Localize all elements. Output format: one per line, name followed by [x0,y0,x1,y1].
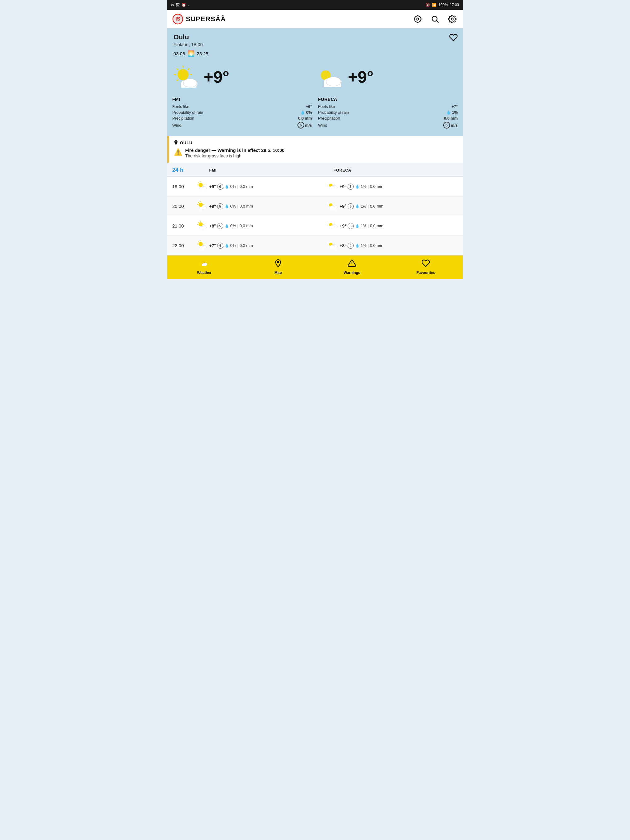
fmi-forecast-cell-0: +9° 6 💧 0% | 0,0 mm [197,180,327,193]
fmi-precip-row: Precipitation 0,0 mm [172,116,312,120]
sunrise-icon: 🌅 [188,50,195,57]
favourites-nav-icon [421,259,430,269]
foreca-precip-3: 0,0 mm [370,243,383,248]
fmi-rain-prob-1: 0% [230,204,236,208]
weather-nav-icon [200,259,209,269]
foreca-forecast-icon-0 [327,180,339,193]
fmi-precip-1: 0,0 mm [240,204,253,208]
alert-description: The risk for grass fires is high [185,153,285,158]
forecast-header: 24 h FMI FORECA [167,163,463,177]
fmi-feels-like-row: Feels like +6° [172,104,312,109]
forecast-row: 19:00 +9° 6 💧 0% | 0,0 mm [167,177,463,196]
envelope-icon: ✉ [171,3,174,7]
foreca-forecast-wind-3: 4 [348,243,354,249]
foreca-rain-prob-row: Probability of rain 💧 1% [318,110,458,115]
foreca-forecast-cell-2: +9° 5 💧 1% | 0,0 mm [327,220,458,232]
foreca-rain-prob-label: Probability of rain [318,110,446,115]
forecast-time-2: 21:00 [172,223,197,229]
map-icon-svg [274,259,282,267]
svg-point-11 [451,18,453,20]
fmi-precip-value: 0,0 mm [298,116,312,120]
fmi-forecast-cell-1: +9° 5 💧 0% | 0,0 mm [197,200,327,212]
fmi-details: FMI Feels like +6° Probability of rain 💧… [172,97,312,130]
fmi-precip-label: Precipitation [172,116,298,120]
rain-drop-icon: 💧 [300,110,305,115]
foreca-wind-row: Wind 6 m/s [318,122,458,128]
warnings-nav-icon [348,259,356,269]
fmi-rain-prob-row: Probability of rain 💧 0% [172,110,312,115]
foreca-rain-prob-1: 1% [361,204,367,208]
svg-rect-92 [202,264,206,266]
fmi-feels-like-value: +6° [306,104,312,109]
top-nav: IS SUPERSÄÄ [167,10,463,28]
search-nav-button[interactable] [429,14,440,25]
fmi-wind-value: 6 m/s [298,122,312,128]
mute-icon: 🔇 [426,3,430,7]
sunrise-time: 03:08 [174,51,185,56]
weather-icon-svg [200,259,209,267]
fmi-forecast-icon-1 [197,200,208,212]
settings-nav-button[interactable] [446,14,458,25]
location-nav-button[interactable] [412,14,423,25]
svg-point-3 [415,16,421,22]
bottom-nav-favourites[interactable]: Favourites [389,259,463,275]
svg-rect-84 [200,247,206,249]
wifi-icon: 📶 [432,3,437,7]
forecast-rows: 19:00 +9° 6 💧 0% | 0,0 mm [167,177,463,256]
svg-point-61 [199,222,203,227]
fmi-forecast-wind-1: 5 [217,203,223,209]
fmi-rain-prob-3: 0% [230,243,236,248]
svg-line-20 [188,69,189,70]
svg-rect-42 [200,188,206,190]
foreca-forecast-cell-1: +9° 5 💧 1% | 0,0 mm [327,200,458,212]
forecast-time-1: 20:00 [172,204,197,209]
app-logo-icon: IS [172,14,184,25]
image-icon: 🖼 [176,3,180,7]
fmi-wind-circle: 6 [298,122,304,128]
bottom-nav-map[interactable]: Map [241,259,315,275]
sun-times: 03:08 🌅 23:25 [174,50,456,57]
warnings-nav-label: Warnings [343,271,360,275]
svg-rect-56 [200,208,206,210]
fmi-precip-0: 0,0 mm [240,184,253,189]
weather-header: Oulu Finland, 18:00 03:08 🌅 23:25 [167,28,463,60]
favourite-button[interactable] [449,33,458,44]
alert-content: ⚠️ Fire danger — Warning is in effect 29… [174,148,458,158]
svg-line-80 [198,242,199,242]
fmi-rain-icon-0: 💧 [225,185,229,189]
bottom-nav-weather[interactable]: Weather [167,259,241,275]
foreca-feels-like-value: +7° [451,104,458,109]
svg-rect-74 [330,227,336,229]
fmi-forecast-temp-0: +9° [209,184,216,189]
foreca-precip-2: 0,0 mm [370,224,383,228]
forecast-section: 24 h FMI FORECA 19:00 +9° 6 💧 0% | 0 [167,163,463,256]
fmi-rain-icon-2: 💧 [225,224,229,228]
foreca-forecast-icon-2 [327,220,339,232]
fmi-forecast-temp-2: +8° [209,224,216,229]
fmi-rain-prob-2: 0% [230,224,236,228]
foreca-precip-value: 0,0 mm [444,116,458,120]
foreca-forecast-temp-2: +9° [340,224,347,229]
svg-line-21 [177,80,178,81]
svg-point-47 [199,203,203,207]
forecast-time-0: 19:00 [172,184,197,189]
fmi-rain-prob-0: 0% [230,184,236,189]
foreca-forecast-icon-1 [327,200,339,212]
foreca-precip-0: 0,0 mm [370,184,383,189]
svg-point-13 [177,69,188,80]
logo-area: IS SUPERSÄÄ [172,14,412,25]
fmi-forecast-wind-3: 4 [217,243,223,249]
bottom-nav-warnings[interactable]: Warnings [315,259,389,275]
foreca-forecast-cell-0: +9° 5 💧 1% | 0,0 mm [327,180,458,193]
forecast-time-3: 22:00 [172,243,197,248]
fmi-forecast-icon-2 [197,220,208,232]
fmi-forecast-temp-1: +9° [209,204,216,209]
foreca-feels-like-label: Feels like [318,104,451,109]
foreca-precip-1: 0,0 mm [370,204,383,208]
foreca-forecast-wind-2: 5 [348,223,354,229]
status-bar-left: ✉ 🖼 ⏰ · [171,3,189,7]
nav-icons [412,14,458,25]
alert-location: OULU [174,140,458,145]
weather-details-row: FMI Feels like +6° Probability of rain 💧… [167,97,463,136]
foreca-forecast-temp-1: +9° [340,204,347,209]
